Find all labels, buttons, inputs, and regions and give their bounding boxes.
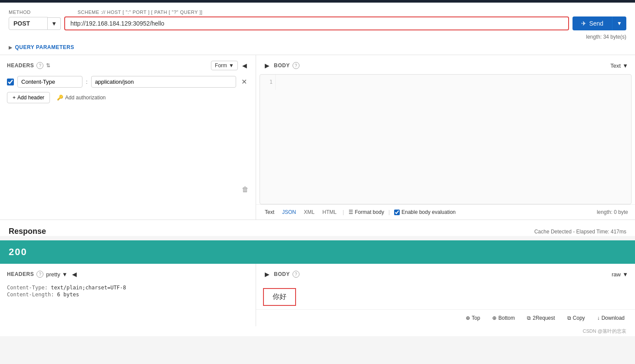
add-auth-button[interactable]: 🔑 Add authorization (53, 92, 109, 103)
body-panel: ▶ BODY ? Text ▼ 1 Text JSON XML HTML | ☰… (256, 55, 635, 220)
header-key-input[interactable] (17, 76, 82, 88)
response-headers-help-icon[interactable]: ? (36, 271, 43, 278)
add-header-button[interactable]: + Add header (7, 92, 50, 103)
top-button[interactable]: ⊕ Top (462, 313, 484, 323)
content-length-row: Content-Length: 6 bytes (7, 292, 249, 298)
response-header-row: Response Cache Detected - Elapsed Time: … (9, 227, 626, 236)
format-body-button[interactable]: ☰ Format body (349, 209, 384, 215)
header-colon: : (86, 79, 88, 85)
format-body-label: Format body (355, 209, 384, 215)
body-title: BODY (274, 62, 290, 69)
header-checkbox[interactable] (7, 79, 14, 85)
body-tab-text[interactable]: Text (263, 208, 276, 216)
response-body-expand-button[interactable]: ▶ (263, 269, 271, 279)
url-input[interactable] (64, 16, 569, 30)
watermark: CSDN @落叶的悲哀 (0, 326, 635, 336)
header-row: : ✕ (7, 76, 249, 88)
scheme-label: SCHEME :// HOST [ ":" PORT ] [ PATH [ "?… (78, 10, 203, 15)
response-headers-panel: HEADERS ? pretty ▼ ◀ Content-Type: text/… (0, 264, 256, 326)
copy-icon: ⧉ (567, 315, 571, 321)
method-select[interactable]: POST GET PUT DELETE (9, 17, 48, 30)
headers-sort-icon[interactable]: ⇅ (46, 62, 50, 69)
response-headers-collapse-button[interactable]: ◀ (70, 269, 79, 279)
response-body-content: 你好 (263, 288, 296, 306)
top-label: Top (472, 315, 480, 321)
response-panels: HEADERS ? pretty ▼ ◀ Content-Type: text/… (0, 264, 635, 326)
top-icon: ⊕ (466, 315, 470, 321)
bottom-label: Bottom (498, 315, 515, 321)
copy-button[interactable]: ⧉ Copy (564, 313, 589, 323)
method-label: METHOD (9, 10, 31, 15)
response-title: Response (9, 227, 46, 236)
body-eval-checkbox[interactable] (394, 210, 400, 215)
content-length-val: 6 bytes (57, 292, 79, 298)
send-label: Send (589, 20, 603, 27)
body-text-area[interactable]: 1 (260, 74, 632, 204)
copy-label: Copy (573, 315, 585, 321)
content-type-val: text/plain;charset=UTF-8 (51, 285, 126, 291)
body-sep2: | (388, 209, 390, 215)
response-body-header: ▶ BODY ? raw ▼ (256, 264, 635, 283)
status-code: 200 (9, 246, 27, 258)
body-panel-header: ▶ BODY ? Text ▼ (256, 55, 635, 74)
text-dropdown[interactable]: Text ▼ (610, 62, 628, 69)
raw-label: raw (612, 271, 621, 278)
code-editor[interactable] (276, 75, 631, 196)
body-eval-label: Enable body evaluation (394, 209, 456, 215)
query-params-label: QUERY PARAMETERS (15, 44, 74, 50)
download-button[interactable]: ↓ Download (594, 313, 628, 323)
headers-collapse-button[interactable]: ◀ (240, 60, 249, 71)
bottom-icon: ⊕ (492, 315, 497, 321)
pretty-dropdown-icon: ▼ (62, 271, 68, 278)
text-dropdown-icon: ▼ (622, 62, 628, 69)
body-expand-button[interactable]: ▶ (263, 60, 271, 71)
line-numbers: 1 (260, 75, 276, 90)
headers-panel: HEADERS ? ⇅ Form ▼ ◀ : ✕ + Add header 🔑 … (0, 55, 256, 220)
form-dropdown-icon: ▼ (229, 62, 234, 69)
body-help-icon[interactable]: ? (293, 62, 299, 69)
format-body-icon: ☰ (349, 209, 353, 215)
send-dropdown-button[interactable]: ▼ (612, 16, 626, 30)
method-url-row: POST GET PUT DELETE ▼ ✈ Send ▼ (9, 16, 626, 30)
content-panels: HEADERS ? ⇅ Form ▼ ◀ : ✕ + Add header 🔑 … (0, 55, 635, 220)
add-auth-label: Add authorization (65, 95, 105, 101)
add-header-icon: + (13, 95, 16, 101)
raw-dropdown-icon: ▼ (622, 271, 628, 278)
download-label: Download (602, 315, 625, 321)
query-params-row[interactable]: ▶ QUERY PARAMETERS (9, 42, 626, 55)
body-sep1: | (342, 209, 344, 215)
response-body-title: BODY (274, 271, 290, 277)
send-icon: ✈ (581, 20, 586, 27)
header-remove-button[interactable]: ✕ (240, 78, 249, 86)
body-tab-json[interactable]: JSON (280, 208, 298, 216)
to-request-label: 2Request (533, 315, 555, 321)
send-button[interactable]: ✈ Send (572, 16, 612, 30)
trash-icon[interactable]: 🗑 (242, 186, 249, 193)
status-bar: 200 (0, 240, 635, 264)
send-btn-group: ✈ Send ▼ (572, 16, 626, 30)
key-icon: 🔑 (57, 95, 63, 101)
content-type-row: Content-Type: text/plain;charset=UTF-8 (7, 285, 249, 291)
body-footer: Text JSON XML HTML | ☰ Format body | Ena… (256, 204, 635, 220)
bottom-button[interactable]: ⊕ Bottom (489, 313, 518, 323)
content-length-key: Content-Length: (7, 292, 54, 298)
body-length-info: length: 0 byte (597, 209, 628, 215)
method-dropdown-button[interactable]: ▼ (48, 17, 61, 30)
body-tab-html[interactable]: HTML (321, 208, 339, 216)
response-body-help-icon[interactable]: ? (293, 271, 299, 278)
to-request-button[interactable]: ⧉ 2Request (523, 313, 558, 323)
response-headers-content: Content-Type: text/plain;charset=UTF-8 C… (7, 285, 249, 298)
headers-help-icon[interactable]: ? (36, 62, 43, 69)
raw-dropdown[interactable]: raw ▼ (612, 271, 628, 278)
form-label: Form (215, 62, 227, 69)
response-headers-title: HEADERS (7, 271, 34, 277)
download-icon: ↓ (597, 315, 600, 321)
form-dropdown[interactable]: Form ▼ (211, 61, 238, 70)
headers-title: HEADERS (7, 62, 34, 69)
pretty-dropdown[interactable]: pretty ▼ (46, 271, 67, 278)
content-type-key: Content-Type: (7, 285, 48, 291)
request-section: METHOD SCHEME :// HOST [ ":" PORT ] [ PA… (0, 3, 635, 55)
header-value-input[interactable] (91, 76, 236, 88)
query-params-triangle: ▶ (9, 45, 13, 50)
body-tab-xml[interactable]: XML (302, 208, 316, 216)
